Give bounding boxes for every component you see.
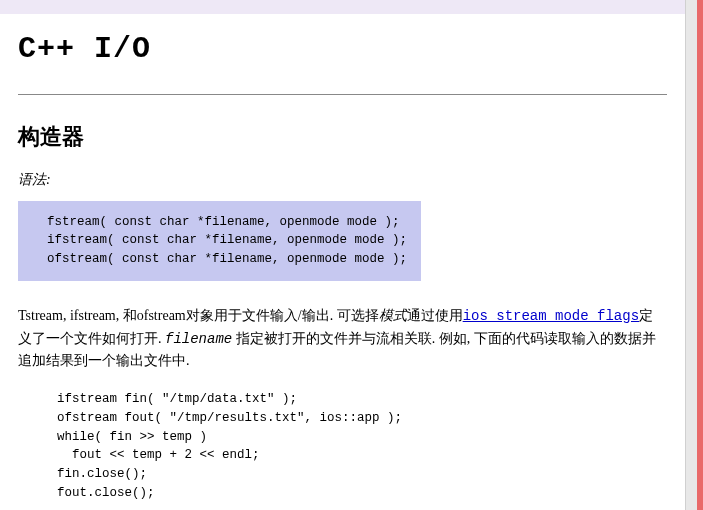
section-heading: 构造器	[18, 121, 667, 153]
ios-stream-mode-flags-link[interactable]: ios stream mode flags	[463, 308, 639, 324]
divider	[18, 94, 667, 95]
scrollbar-accent	[697, 0, 703, 510]
para1-mode-italic: 模式	[379, 308, 407, 323]
syntax-code: fstream( const char *filename, openmode …	[32, 213, 407, 269]
para1-seg1: Tstream, ifstream, 和ofstream对象用于文件输入/输出.…	[18, 308, 379, 323]
para1-filename-italic: filename	[165, 331, 232, 347]
breadcrumb	[0, 0, 685, 14]
syntax-label: 语法:	[18, 170, 667, 190]
syntax-codeblock: fstream( const char *filename, openmode …	[18, 201, 421, 281]
example-code: ifstream fin( "/tmp/data.txt" ); ofstrea…	[42, 390, 667, 503]
example-codeblock: ifstream fin( "/tmp/data.txt" ); ofstrea…	[18, 382, 667, 510]
para1-seg3: 通过使用	[407, 308, 463, 323]
page-title: C++ I/O	[18, 28, 667, 72]
page-content: C++ I/O 构造器 语法: fstream( const char *fil…	[0, 0, 685, 510]
paragraph-1: Tstream, ifstream, 和ofstream对象用于文件输入/输出.…	[18, 305, 667, 372]
